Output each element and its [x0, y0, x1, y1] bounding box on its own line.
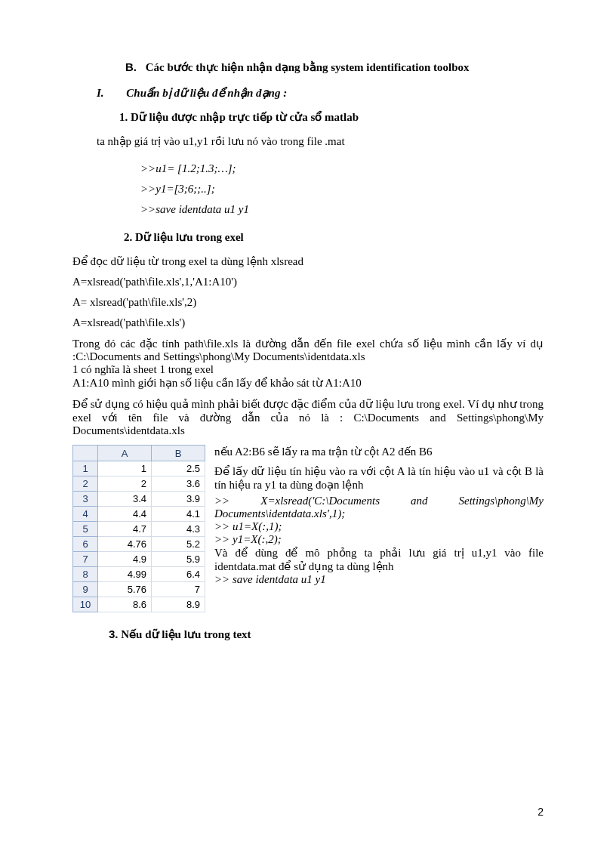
- cell: 6.4: [152, 567, 205, 582]
- heading-b-text: Các bước thực hiện nhận dạng bằng system…: [146, 61, 470, 73]
- paragraph: Để đọc dữ liệu từ trong exel ta dùng lện…: [72, 254, 544, 268]
- text: 1 có nghĩa là sheet 1 trong exel: [72, 363, 214, 375]
- row-header: 4: [73, 507, 98, 522]
- row-header: 10: [73, 597, 98, 612]
- row-header: 6: [73, 537, 98, 552]
- cell: 4.3: [152, 522, 205, 537]
- heading-1-marker: 1.: [119, 111, 128, 123]
- cell: 4.1: [152, 507, 205, 522]
- document-page: B. Các bước thực hiện nhận dạng bằng sys…: [0, 0, 616, 848]
- table-row: 33.43.9: [73, 492, 205, 507]
- row-header: 5: [73, 522, 98, 537]
- right-column-text: nếu A2:B6 sẽ lấy ra ma trận từ cột A2 đế…: [214, 445, 544, 612]
- heading-1: 1. Dữ liệu được nhập trực tiếp từ cửa sổ…: [119, 110, 544, 124]
- excel-and-text-row: A B 112.5 223.6 33.43.9 44.44.1 54.74.3 …: [72, 445, 544, 612]
- cell: 4.7: [98, 522, 152, 537]
- row-header: 8: [73, 567, 98, 582]
- heading-3-text: Nếu dữ liệu lưu trong text: [121, 628, 251, 640]
- heading-2: 2. Dữ liệu lưu trong exel: [124, 230, 544, 244]
- heading-i-text: Chuẩn bị dữ liệu để nhận dạng :: [126, 87, 287, 99]
- cell: 3.6: [152, 476, 205, 492]
- heading-1-text: Dữ liệu được nhập trực tiếp từ cửa sổ ma…: [131, 111, 359, 123]
- text: A1:A10 mình giới hạn số liệu cần lấy để …: [72, 377, 362, 389]
- cell: 3.9: [152, 492, 205, 507]
- cell: 4.76: [98, 537, 152, 552]
- text: Trong đó các đặc tính path\file.xls là đ…: [72, 338, 544, 362]
- cell: 5.9: [152, 552, 205, 567]
- cell: 2.5: [152, 461, 205, 476]
- code-line: Documents\identdata.xls',1);: [214, 507, 345, 520]
- cell: 5.76: [98, 582, 152, 597]
- cell: 4.9: [98, 552, 152, 567]
- heading-2-text: Dữ liệu lưu trong exel: [135, 231, 244, 243]
- code-line: A= xlsread('path\file.xls',2): [72, 296, 544, 309]
- cell: 8.6: [98, 597, 152, 612]
- table-row: 84.996.4: [73, 567, 205, 582]
- row-header: 3: [73, 492, 98, 507]
- code-line: >> y1=X(:,2);: [214, 533, 282, 545]
- table-row: 44.44.1: [73, 507, 205, 522]
- code-line: >>save identdata u1 y1: [140, 199, 544, 220]
- table-row: 64.765.2: [73, 537, 205, 552]
- code-line: A=xlsread('path\file.xls',1,'A1:A10'): [72, 276, 544, 288]
- heading-2-marker: 2.: [124, 231, 132, 243]
- table-row: 54.74.3: [73, 522, 205, 537]
- paragraph: Trong đó các đặc tính path\file.xls là đ…: [72, 337, 544, 390]
- row-header: 1: [73, 461, 98, 476]
- cell: 1: [98, 461, 152, 476]
- heading-i-marker: I.: [97, 87, 104, 99]
- heading-3-marker: 3.: [109, 628, 119, 640]
- intro-paragraph: ta nhập giá trị vào u1,y1 rồi lưu nó vào…: [97, 134, 544, 148]
- column-header-a: A: [98, 446, 152, 461]
- paragraph: Để lấy dữ liệu tín hiệu vào ra với cột A…: [214, 464, 544, 492]
- table-row: 108.68.9: [73, 597, 205, 612]
- table-row: 112.5: [73, 461, 205, 476]
- code-line: A=xlsread('path\file.xls'): [72, 316, 544, 329]
- heading-b-marker: B.: [125, 60, 137, 73]
- cell: 4.4: [98, 507, 152, 522]
- code-line: >>u1= [1.2;1.3;…];: [140, 159, 544, 179]
- code-line: >> X=xlsread('C:\Documents and Settings\…: [214, 495, 544, 507]
- cell: 5.2: [152, 537, 205, 552]
- paragraph: nếu A2:B6 sẽ lấy ra ma trận từ cột A2 đế…: [214, 445, 544, 458]
- table-corner: [73, 446, 98, 461]
- table-row: 223.6: [73, 476, 205, 492]
- paragraph: Để sử dụng có hiệu quả mình phải biết đư…: [72, 397, 544, 437]
- code-line: >>y1=[3;6;;..];: [140, 179, 544, 199]
- table-row: 95.767: [73, 582, 205, 597]
- row-header: 2: [73, 476, 98, 492]
- column-header-b: B: [152, 446, 205, 461]
- code-line: >> save identdata u1 y1: [214, 573, 326, 585]
- row-header: 9: [73, 582, 98, 597]
- cell: 2: [98, 476, 152, 492]
- cell: 4.99: [98, 567, 152, 582]
- heading-b: B. Các bước thực hiện nhận dạng bằng sys…: [125, 60, 544, 74]
- matlab-code-block: >>u1= [1.2;1.3;…]; >>y1=[3;6;;..]; >>sav…: [140, 159, 544, 220]
- table-row: 74.95.9: [73, 552, 205, 567]
- page-number: 2: [537, 806, 544, 818]
- paragraph: Và để dùng để mô phỏng ta phải lưu giá t…: [214, 546, 544, 573]
- code-line: >> u1=X(:,1);: [214, 520, 282, 532]
- cell: 8.9: [152, 597, 205, 612]
- row-header: 7: [73, 552, 98, 567]
- cell: 7: [152, 582, 205, 597]
- cell: 3.4: [98, 492, 152, 507]
- heading-i: I. Chuẩn bị dữ liệu để nhận dạng :: [97, 86, 544, 100]
- excel-table: A B 112.5 223.6 33.43.9 44.44.1 54.74.3 …: [72, 445, 205, 612]
- heading-3: 3. Nếu dữ liệu lưu trong text: [109, 628, 544, 641]
- table-header-row: A B: [73, 446, 205, 461]
